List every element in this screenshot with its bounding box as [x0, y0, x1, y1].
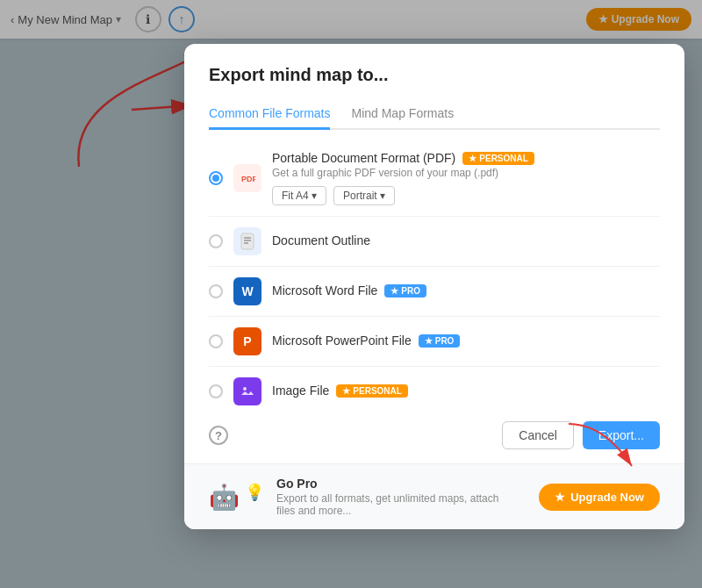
- export-dialog: Export mind map to... Common File Format…: [184, 44, 684, 529]
- tabs: Common File Formats Mind Map Formats: [209, 99, 660, 130]
- go-pro-desc: Export to all formats, get unlimited map…: [276, 492, 514, 517]
- img-icon: [233, 377, 261, 405]
- outline-icon: [233, 227, 261, 255]
- word-badge: ★ PRO: [384, 284, 426, 298]
- pdf-badge: ★ PERSONAL: [462, 152, 534, 165]
- img-info: Image File ★ PERSONAL: [272, 384, 660, 399]
- radio-outline[interactable]: [209, 234, 223, 248]
- svg-rect-3: [241, 233, 254, 249]
- dialog-header: Export mind map to... Common File Format…: [184, 44, 684, 130]
- pdf-desc: Get a full graphic PDF version of your m…: [272, 167, 660, 179]
- img-badge: ★ PERSONAL: [336, 384, 408, 398]
- go-pro-text: Go Pro Export to all formats, get unlimi…: [276, 477, 514, 517]
- word-name: Microsoft Word File: [272, 283, 377, 298]
- svg-text:PDF: PDF: [241, 175, 255, 183]
- pdf-options: Fit A4 ▾ Portrait ▾: [272, 186, 660, 205]
- star-icon: ★: [390, 286, 398, 296]
- page-size-select[interactable]: Fit A4 ▾: [272, 186, 326, 205]
- list-item[interactable]: P Microsoft PowerPoint File ★ PRO: [209, 317, 660, 367]
- dialog-title: Export mind map to...: [209, 65, 660, 85]
- svg-rect-7: [240, 384, 255, 399]
- cancel-button[interactable]: Cancel: [502, 421, 574, 449]
- word-icon: W: [233, 277, 261, 305]
- radio-ppt[interactable]: [209, 334, 223, 348]
- star-icon: ★: [342, 386, 350, 396]
- star-icon: ★: [469, 154, 476, 163]
- ppt-name: Microsoft PowerPoint File: [272, 333, 412, 348]
- pdf-name: Portable Document Format (PDF): [272, 151, 455, 165]
- go-pro-section: 🤖 💡 Go Pro Export to all formats, get un…: [184, 463, 684, 529]
- go-pro-title: Go Pro: [276, 477, 514, 491]
- bulb-icon: 💡: [245, 483, 264, 502]
- orientation-select[interactable]: Portrait ▾: [333, 186, 395, 205]
- ppt-icon: P: [233, 327, 261, 355]
- outline-name: Document Outline: [272, 233, 370, 247]
- list-item[interactable]: Document Outline: [209, 217, 660, 267]
- star-icon: ★: [425, 336, 433, 346]
- export-button[interactable]: Export...: [583, 421, 660, 449]
- dialog-footer: ? Cancel Export...: [184, 411, 684, 463]
- upgrade-now-button[interactable]: ★ Upgrade Now: [539, 484, 660, 511]
- svg-point-8: [243, 387, 247, 391]
- ppt-badge: ★ PRO: [419, 334, 461, 348]
- list-item[interactable]: Image File ★ PERSONAL: [209, 367, 660, 416]
- star-icon: ★: [555, 491, 565, 504]
- list-item[interactable]: W Microsoft Word File ★ PRO: [209, 267, 660, 317]
- radio-pdf[interactable]: [209, 171, 223, 185]
- robot-icon: 🤖: [209, 483, 240, 512]
- radio-word[interactable]: [209, 284, 223, 298]
- radio-img[interactable]: [209, 384, 223, 398]
- img-name: Image File: [272, 384, 329, 398]
- ppt-info: Microsoft PowerPoint File ★ PRO: [272, 333, 660, 349]
- tab-common[interactable]: Common File Formats: [209, 99, 330, 130]
- tab-mindmap[interactable]: Mind Map Formats: [351, 99, 454, 130]
- footer-buttons: Cancel Export...: [502, 421, 660, 449]
- outline-info: Document Outline: [272, 233, 660, 249]
- pdf-icon: PDF: [233, 164, 261, 192]
- format-list: PDF Portable Document Format (PDF) ★ PER…: [184, 130, 684, 411]
- help-icon[interactable]: ?: [209, 426, 228, 445]
- pdf-info: Portable Document Format (PDF) ★ PERSONA…: [272, 151, 660, 205]
- word-info: Microsoft Word File ★ PRO: [272, 283, 660, 299]
- list-item[interactable]: PDF Portable Document Format (PDF) ★ PER…: [209, 140, 660, 217]
